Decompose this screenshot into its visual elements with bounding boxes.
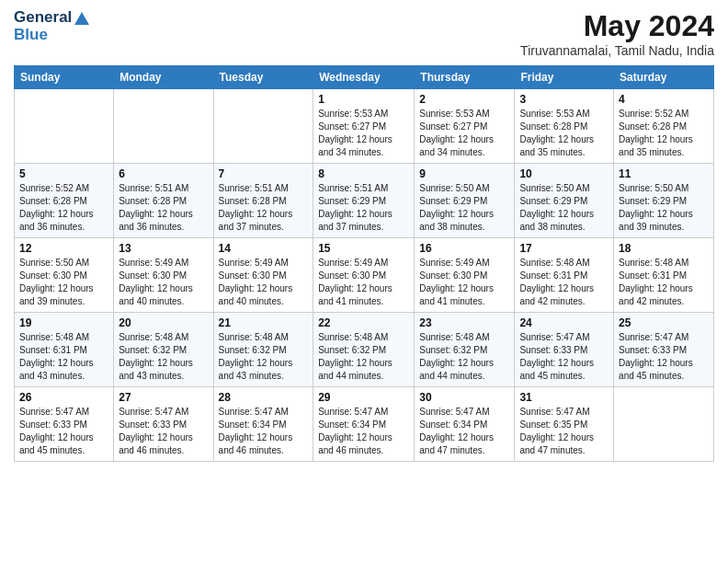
day-info: Sunrise: 5:47 AMSunset: 6:33 PMDaylight:… <box>619 331 709 383</box>
day-number: 19 <box>19 316 108 329</box>
calendar-week-row: 26Sunrise: 5:47 AMSunset: 6:33 PMDayligh… <box>15 387 714 462</box>
day-info: Sunrise: 5:49 AMSunset: 6:30 PMDaylight:… <box>119 257 208 308</box>
calendar-cell: 9Sunrise: 5:50 AMSunset: 6:29 PMDaylight… <box>415 164 515 238</box>
day-info: Sunrise: 5:47 AMSunset: 6:35 PMDaylight:… <box>519 406 609 457</box>
calendar-cell: 11Sunrise: 5:50 AMSunset: 6:29 PMDayligh… <box>614 164 714 238</box>
day-number: 18 <box>619 242 709 255</box>
day-info: Sunrise: 5:48 AMSunset: 6:31 PMDaylight:… <box>19 331 108 383</box>
day-info: Sunrise: 5:47 AMSunset: 6:34 PMDaylight:… <box>219 406 309 457</box>
day-number: 16 <box>419 242 509 255</box>
calendar-cell: 25Sunrise: 5:47 AMSunset: 6:33 PMDayligh… <box>614 313 714 387</box>
day-number: 12 <box>19 242 108 255</box>
day-info: Sunrise: 5:49 AMSunset: 6:30 PMDaylight:… <box>219 257 309 308</box>
calendar-cell: 22Sunrise: 5:48 AMSunset: 6:32 PMDayligh… <box>313 313 415 387</box>
column-header-sunday: Sunday <box>15 66 114 89</box>
day-info: Sunrise: 5:48 AMSunset: 6:31 PMDaylight:… <box>619 257 709 308</box>
day-number: 14 <box>219 242 309 255</box>
day-info: Sunrise: 5:47 AMSunset: 6:33 PMDaylight:… <box>19 406 108 457</box>
calendar-week-row: 1Sunrise: 5:53 AMSunset: 6:27 PMDaylight… <box>15 89 714 164</box>
calendar-cell <box>213 89 313 164</box>
calendar-cell: 13Sunrise: 5:49 AMSunset: 6:30 PMDayligh… <box>114 238 213 313</box>
calendar-cell <box>15 89 114 164</box>
calendar-week-row: 5Sunrise: 5:52 AMSunset: 6:28 PMDaylight… <box>15 164 714 238</box>
day-info: Sunrise: 5:48 AMSunset: 6:32 PMDaylight:… <box>219 331 309 383</box>
day-number: 20 <box>119 316 208 329</box>
column-header-wednesday: Wednesday <box>313 66 415 89</box>
day-info: Sunrise: 5:47 AMSunset: 6:33 PMDaylight:… <box>119 406 208 457</box>
day-info: Sunrise: 5:50 AMSunset: 6:29 PMDaylight:… <box>419 182 509 234</box>
calendar-cell: 30Sunrise: 5:47 AMSunset: 6:34 PMDayligh… <box>415 387 515 462</box>
day-info: Sunrise: 5:53 AMSunset: 6:27 PMDaylight:… <box>419 108 509 159</box>
day-number: 26 <box>19 391 108 404</box>
calendar-cell: 8Sunrise: 5:51 AMSunset: 6:29 PMDaylight… <box>313 164 415 238</box>
calendar-cell: 26Sunrise: 5:47 AMSunset: 6:33 PMDayligh… <box>15 387 114 462</box>
calendar-cell: 12Sunrise: 5:50 AMSunset: 6:30 PMDayligh… <box>15 238 114 313</box>
column-header-saturday: Saturday <box>614 66 714 89</box>
day-number: 2 <box>419 93 509 106</box>
calendar-cell: 4Sunrise: 5:52 AMSunset: 6:28 PMDaylight… <box>614 89 714 164</box>
location-label: Tiruvannamalai, Tamil Nadu, India <box>520 43 714 58</box>
day-info: Sunrise: 5:50 AMSunset: 6:29 PMDaylight:… <box>519 182 609 234</box>
day-number: 11 <box>619 167 709 180</box>
day-number: 21 <box>219 316 309 329</box>
day-number: 10 <box>519 167 609 180</box>
calendar-cell: 16Sunrise: 5:49 AMSunset: 6:30 PMDayligh… <box>415 238 515 313</box>
day-info: Sunrise: 5:48 AMSunset: 6:31 PMDaylight:… <box>519 257 609 308</box>
calendar-cell: 24Sunrise: 5:47 AMSunset: 6:33 PMDayligh… <box>515 313 614 387</box>
calendar-cell: 1Sunrise: 5:53 AMSunset: 6:27 PMDaylight… <box>313 89 415 164</box>
day-number: 31 <box>519 391 609 404</box>
day-number: 15 <box>318 242 409 255</box>
day-info: Sunrise: 5:52 AMSunset: 6:28 PMDaylight:… <box>619 108 709 159</box>
day-number: 28 <box>219 391 309 404</box>
calendar-cell: 10Sunrise: 5:50 AMSunset: 6:29 PMDayligh… <box>515 164 614 238</box>
page-header: General Blue May 2024 Tiruvannamalai, Ta… <box>14 9 714 58</box>
day-info: Sunrise: 5:47 AMSunset: 6:33 PMDaylight:… <box>519 331 609 383</box>
column-header-tuesday: Tuesday <box>213 66 313 89</box>
day-number: 25 <box>619 316 709 329</box>
calendar-cell <box>614 387 714 462</box>
day-info: Sunrise: 5:49 AMSunset: 6:30 PMDaylight:… <box>419 257 509 308</box>
calendar-cell: 5Sunrise: 5:52 AMSunset: 6:28 PMDaylight… <box>15 164 114 238</box>
calendar-cell: 14Sunrise: 5:49 AMSunset: 6:30 PMDayligh… <box>213 238 313 313</box>
day-number: 1 <box>318 93 409 106</box>
logo: General Blue <box>14 9 89 43</box>
calendar-cell: 21Sunrise: 5:48 AMSunset: 6:32 PMDayligh… <box>213 313 313 387</box>
calendar-cell: 15Sunrise: 5:49 AMSunset: 6:30 PMDayligh… <box>313 238 415 313</box>
calendar-cell: 23Sunrise: 5:48 AMSunset: 6:32 PMDayligh… <box>415 313 515 387</box>
day-number: 22 <box>318 316 409 329</box>
day-number: 23 <box>419 316 509 329</box>
calendar-cell: 19Sunrise: 5:48 AMSunset: 6:31 PMDayligh… <box>15 313 114 387</box>
day-info: Sunrise: 5:48 AMSunset: 6:32 PMDaylight:… <box>419 331 509 383</box>
calendar-cell: 7Sunrise: 5:51 AMSunset: 6:28 PMDaylight… <box>213 164 313 238</box>
day-number: 17 <box>519 242 609 255</box>
day-number: 30 <box>419 391 509 404</box>
day-info: Sunrise: 5:51 AMSunset: 6:28 PMDaylight:… <box>219 182 309 234</box>
calendar-table: SundayMondayTuesdayWednesdayThursdayFrid… <box>14 65 714 462</box>
day-info: Sunrise: 5:48 AMSunset: 6:32 PMDaylight:… <box>119 331 208 383</box>
day-info: Sunrise: 5:53 AMSunset: 6:27 PMDaylight:… <box>318 108 409 159</box>
day-number: 4 <box>619 93 709 106</box>
day-info: Sunrise: 5:50 AMSunset: 6:29 PMDaylight:… <box>619 182 709 234</box>
day-number: 27 <box>119 391 208 404</box>
calendar-cell: 18Sunrise: 5:48 AMSunset: 6:31 PMDayligh… <box>614 238 714 313</box>
calendar-cell: 6Sunrise: 5:51 AMSunset: 6:28 PMDaylight… <box>114 164 213 238</box>
calendar-week-row: 12Sunrise: 5:50 AMSunset: 6:30 PMDayligh… <box>15 238 714 313</box>
calendar-cell: 29Sunrise: 5:47 AMSunset: 6:34 PMDayligh… <box>313 387 415 462</box>
day-number: 8 <box>318 167 409 180</box>
day-info: Sunrise: 5:47 AMSunset: 6:34 PMDaylight:… <box>419 406 509 457</box>
day-info: Sunrise: 5:48 AMSunset: 6:32 PMDaylight:… <box>318 331 409 383</box>
calendar-cell <box>114 89 213 164</box>
column-header-friday: Friday <box>515 66 614 89</box>
day-number: 13 <box>119 242 208 255</box>
calendar-cell: 17Sunrise: 5:48 AMSunset: 6:31 PMDayligh… <box>515 238 614 313</box>
calendar-header-row: SundayMondayTuesdayWednesdayThursdayFrid… <box>15 66 714 89</box>
day-number: 24 <box>519 316 609 329</box>
calendar-cell: 3Sunrise: 5:53 AMSunset: 6:28 PMDaylight… <box>515 89 614 164</box>
calendar-week-row: 19Sunrise: 5:48 AMSunset: 6:31 PMDayligh… <box>15 313 714 387</box>
title-area: May 2024 Tiruvannamalai, Tamil Nadu, Ind… <box>520 9 714 58</box>
calendar-cell: 31Sunrise: 5:47 AMSunset: 6:35 PMDayligh… <box>515 387 614 462</box>
calendar-cell: 28Sunrise: 5:47 AMSunset: 6:34 PMDayligh… <box>213 387 313 462</box>
day-number: 5 <box>19 167 108 180</box>
calendar-cell: 2Sunrise: 5:53 AMSunset: 6:27 PMDaylight… <box>415 89 515 164</box>
day-number: 3 <box>519 93 609 106</box>
